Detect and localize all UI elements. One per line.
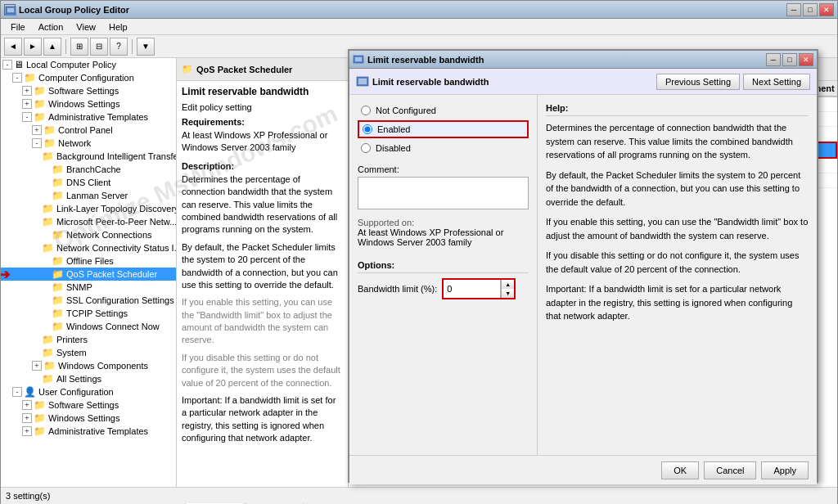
help-text-3: If you enable this setting, you can use … (546, 215, 809, 242)
main-title-bar: Local Group Policy Editor ─ □ ✕ (1, 1, 837, 19)
tree-computer-config[interactable]: - 📁 Computer Configuration (1, 71, 176, 84)
tree-win-components[interactable]: + 📁 Windows Components (1, 359, 176, 372)
tree-printers[interactable]: 📁 Printers (1, 333, 176, 346)
policy-setting-link[interactable]: policy setting (200, 102, 252, 112)
dialog-main: Not Configured Enabled Disabled Comment: (349, 95, 817, 455)
all-label: All Settings (56, 374, 101, 384)
tree-user-admin[interactable]: + 📁 Administrative Templates (1, 425, 176, 438)
tree-admin-templates[interactable]: - 📁 Administrative Templates (1, 110, 176, 124)
tree-system[interactable]: 📁 System (1, 346, 176, 359)
printers-label: Printers (56, 335, 88, 344)
title-bar-left: Local Group Policy Editor (4, 4, 129, 16)
menu-help[interactable]: Help (102, 20, 134, 34)
tree-branch-cache[interactable]: 📁 BranchCache (1, 163, 176, 176)
dialog-close-button[interactable]: ✕ (799, 53, 813, 66)
network-expander[interactable]: - (32, 138, 42, 148)
tree-network[interactable]: - 📁 Network (1, 137, 176, 150)
admin-tmpl-expander[interactable]: - (22, 112, 32, 122)
ll-icon: 📁 (42, 203, 54, 214)
tree-win-connect[interactable]: 📁 Windows Connect Now (1, 320, 176, 333)
tree-user-config[interactable]: - 👤 User Configuration (1, 385, 176, 398)
menu-file[interactable]: File (4, 20, 32, 34)
tree-software-settings[interactable]: + 📁 Software Settings (1, 84, 176, 97)
tree-net-conn-status[interactable]: 📁 Network Connectivity Status I... (1, 241, 176, 254)
not-configured-radio[interactable] (361, 106, 371, 115)
show-hide-button[interactable]: ⊞ (70, 38, 88, 56)
ctrl-panel-label: Control Panel (58, 125, 113, 135)
dialog-maximize-button[interactable]: □ (782, 53, 797, 66)
menu-view[interactable]: View (70, 20, 102, 34)
user-admin-expander[interactable]: + (22, 426, 32, 436)
menu-action[interactable]: Action (32, 20, 70, 34)
dialog-title-buttons: ─ □ ✕ (766, 53, 813, 66)
tree-user-windows[interactable]: + 📁 Windows Settings (1, 412, 176, 425)
bandwidth-spin: ▲ ▼ (501, 280, 514, 298)
sw-settings-label: Software Settings (48, 86, 119, 96)
tree-ms-peer[interactable]: 📁 Microsoft Peer-to-Peer Netw... (1, 215, 176, 228)
ok-button[interactable]: OK (661, 461, 699, 479)
minimize-button[interactable]: ─ (786, 3, 801, 16)
tree-snmp[interactable]: 📁 SNMP (1, 281, 176, 294)
up-button[interactable]: ▲ (43, 38, 61, 56)
forward-button[interactable]: ► (24, 38, 42, 56)
spin-up-button[interactable]: ▲ (501, 280, 514, 289)
help-button[interactable]: ? (110, 38, 128, 56)
user-config-expander[interactable]: - (12, 387, 22, 397)
dns-icon: 📁 (52, 177, 64, 188)
comment-textarea[interactable] (358, 177, 529, 209)
close-button[interactable]: ✕ (819, 3, 834, 16)
tree-root[interactable]: - 🖥 Local Computer Policy (1, 58, 176, 71)
admin-tmpl-label: Administrative Templates (48, 112, 148, 122)
computer-config-expander[interactable]: - (12, 73, 22, 83)
snmp-icon: 📁 (52, 281, 64, 293)
tree-all-settings[interactable]: 📁 All Settings (1, 372, 176, 385)
disabled-radio[interactable] (361, 143, 371, 153)
tree-net-conn[interactable]: 📁 Network Connections (1, 228, 176, 241)
tree-ssl-config[interactable]: 📁 SSL Configuration Settings (1, 294, 176, 307)
tree-user-software[interactable]: + 📁 Software Settings (1, 398, 176, 412)
root-expander[interactable]: - (2, 60, 12, 70)
dialog-body: Limit reservable bandwidth Previous Sett… (349, 69, 817, 484)
tcp-label: TCPIP Settings (66, 308, 128, 318)
tree-lanman[interactable]: 📁 Lanman Server (1, 189, 176, 202)
system-icon: 📁 (42, 347, 54, 358)
supported-on-section: Supported on: At least Windows XP Profes… (358, 218, 529, 247)
bandwidth-input[interactable] (444, 280, 501, 298)
tree-qos[interactable]: 📁 QoS Packet Scheduler (1, 268, 176, 281)
lanman-icon: 📁 (52, 190, 64, 201)
filter-button[interactable]: ▼ (137, 38, 155, 56)
nc-label: Network Connections (66, 230, 152, 240)
next-setting-button[interactable]: Next Setting (743, 74, 810, 90)
tree-link-layer[interactable]: 📁 Link-Layer Topology Discovery (1, 202, 176, 215)
back-button[interactable]: ◄ (4, 38, 22, 56)
tree-control-panel[interactable]: + 📁 Control Panel (1, 124, 176, 137)
spin-down-button[interactable]: ▼ (501, 289, 514, 298)
dialog-minimize-button[interactable]: ─ (766, 53, 781, 66)
description-pane: Limit reservable bandwidth Edit policy s… (177, 81, 349, 488)
tree-windows-settings[interactable]: + 📁 Windows Settings (1, 97, 176, 110)
maximize-button[interactable]: □ (803, 3, 818, 16)
desc-para2: By default, the Packet Scheduler limits … (182, 241, 343, 292)
ssl-label: SSL Configuration Settings (66, 295, 174, 305)
tree-dns-client[interactable]: 📁 DNS Client (1, 176, 176, 189)
title-bar-buttons: ─ □ ✕ (786, 3, 834, 16)
tree-offline-files[interactable]: 📁 Offline Files (1, 254, 176, 268)
ctrl-panel-expander[interactable]: + (32, 125, 42, 135)
apply-button[interactable]: Apply (761, 461, 809, 479)
cancel-button[interactable]: Cancel (704, 461, 756, 479)
tree-bgt[interactable]: 📁 Background Intelligent Transfer (1, 150, 176, 163)
user-sw-expander[interactable]: + (22, 400, 32, 410)
qos-label: QoS Packet Scheduler (66, 269, 157, 279)
sw-settings-expander[interactable]: + (22, 86, 32, 96)
properties-button[interactable]: ⊟ (90, 38, 108, 56)
tree-tcpip[interactable]: 📁 TCPIP Settings (1, 307, 176, 320)
enabled-radio[interactable] (363, 124, 372, 134)
nc-icon: 📁 (52, 229, 64, 241)
not-configured-label: Not Configured (376, 106, 436, 115)
desc-para1: Determines the percentage of connection … (182, 173, 343, 236)
menu-bar: File Action View Help (1, 19, 837, 35)
user-win-expander[interactable]: + (22, 413, 32, 423)
prev-setting-button[interactable]: Previous Setting (656, 74, 740, 90)
win-settings-expander[interactable]: + (22, 99, 32, 109)
wc-expander[interactable]: + (32, 361, 42, 371)
